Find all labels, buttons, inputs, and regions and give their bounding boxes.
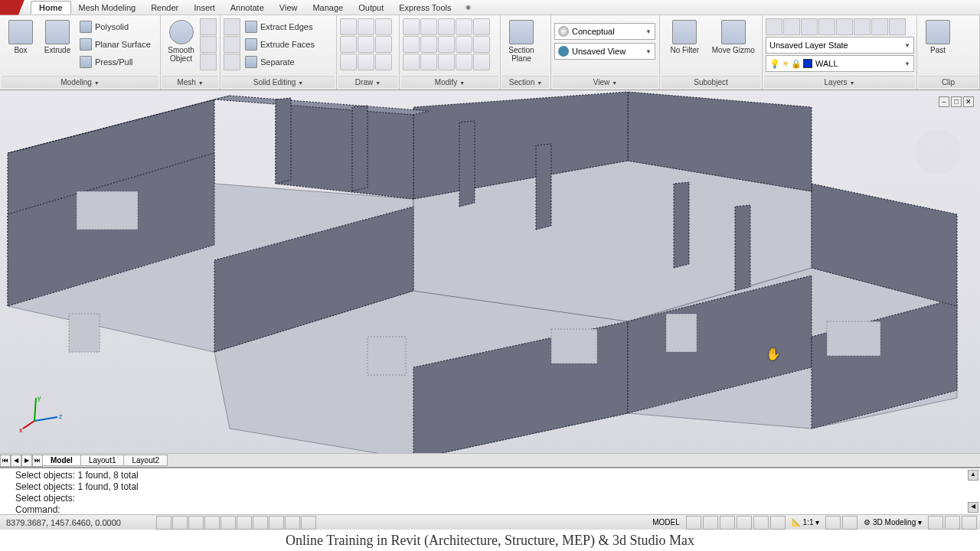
- modify-tool-icon[interactable]: [456, 36, 472, 53]
- menu-express-tools[interactable]: Express Tools: [391, 2, 459, 14]
- layer-tool-icon[interactable]: [836, 18, 853, 35]
- menu-view[interactable]: View: [272, 2, 305, 14]
- osnap-toggle[interactable]: [220, 516, 236, 530]
- draw-tool-icon[interactable]: [375, 54, 392, 70]
- coordinate-readout[interactable]: 8379.3687, 1457.6460, 0.0000: [0, 518, 153, 527]
- box-button[interactable]: Box: [3, 18, 38, 56]
- panel-title-modify[interactable]: Modify▼: [401, 76, 498, 88]
- otrack-toggle[interactable]: [237, 516, 252, 530]
- mesh-tool-icon[interactable]: [200, 54, 217, 70]
- draw-tool-icon[interactable]: [358, 18, 374, 35]
- modify-tool-icon[interactable]: [456, 18, 472, 35]
- modify-tool-icon[interactable]: [420, 36, 437, 53]
- menu-output[interactable]: Output: [351, 2, 391, 14]
- draw-tool-icon[interactable]: [358, 54, 374, 70]
- modify-tool-icon[interactable]: [438, 54, 455, 70]
- grid-toggle[interactable]: [172, 516, 188, 530]
- move-gizmo-button[interactable]: Move Gizmo: [708, 18, 759, 56]
- qp-toggle[interactable]: [301, 516, 316, 530]
- solid-tool-icon[interactable]: [224, 36, 240, 53]
- model-space-indicator[interactable]: MODEL: [648, 518, 684, 527]
- menu-overflow-icon[interactable]: ◉: [466, 4, 471, 11]
- panel-title-view[interactable]: View▼: [553, 76, 658, 88]
- app-logo-icon[interactable]: [0, 0, 31, 15]
- extract-edges-button[interactable]: Extract Edges: [242, 18, 318, 35]
- workspace-switcher[interactable]: ⚙ 3D Modeling ▾: [859, 518, 926, 527]
- extrude-button[interactable]: Extrude: [40, 18, 75, 56]
- draw-tool-icon[interactable]: [358, 36, 374, 53]
- panel-title-solid-editing[interactable]: Solid Editing▼: [222, 76, 335, 88]
- draw-tool-icon[interactable]: [375, 18, 392, 35]
- ucs-indicator[interactable]: z x y: [19, 394, 65, 434]
- status-tool-icon[interactable]: [686, 516, 701, 530]
- polar-toggle[interactable]: [204, 516, 220, 530]
- status-tool-icon[interactable]: [825, 516, 841, 530]
- tab-nav-prev[interactable]: ◀: [11, 455, 21, 467]
- layer-tool-icon[interactable]: [818, 18, 835, 35]
- modify-tool-icon[interactable]: [473, 18, 490, 35]
- layer-state-dropdown[interactable]: Unsaved Layer State▼: [766, 37, 914, 54]
- visual-style-dropdown[interactable]: Conceptual ▼: [554, 23, 655, 40]
- tab-layout2[interactable]: Layout2: [123, 455, 168, 466]
- modify-tool-icon[interactable]: [438, 18, 455, 35]
- status-tool-icon[interactable]: [962, 516, 977, 530]
- modify-tool-icon[interactable]: [420, 54, 437, 70]
- modify-tool-icon[interactable]: [420, 18, 437, 35]
- panel-title-section[interactable]: Section▼: [502, 76, 549, 88]
- ducs-toggle[interactable]: [253, 516, 268, 530]
- smooth-object-button[interactable]: Smooth Object: [164, 18, 198, 64]
- scroll-up-icon[interactable]: ▲: [968, 470, 978, 481]
- layer-tool-icon[interactable]: [801, 18, 818, 35]
- modify-tool-icon[interactable]: [403, 54, 420, 70]
- viewcube[interactable]: [915, 129, 961, 174]
- ortho-toggle[interactable]: [188, 516, 204, 530]
- status-tool-icon[interactable]: [945, 516, 960, 530]
- status-tool-icon[interactable]: [737, 516, 752, 530]
- status-tool-icon[interactable]: [703, 516, 718, 530]
- modify-tool-icon[interactable]: [403, 36, 420, 53]
- tab-nav-first[interactable]: ⏮: [0, 455, 11, 467]
- dyn-toggle[interactable]: [269, 516, 284, 530]
- lwt-toggle[interactable]: [285, 516, 300, 530]
- modify-tool-icon[interactable]: [473, 54, 490, 70]
- close-viewport-button[interactable]: ✕: [963, 96, 974, 107]
- minimize-viewport-button[interactable]: –: [939, 96, 949, 107]
- modify-tool-icon[interactable]: [456, 54, 472, 70]
- menu-home[interactable]: Home: [31, 1, 71, 14]
- snap-toggle[interactable]: [156, 516, 172, 530]
- maximize-viewport-button[interactable]: □: [951, 96, 962, 107]
- menu-manage[interactable]: Manage: [305, 2, 351, 14]
- draw-tool-icon[interactable]: [340, 18, 357, 35]
- panel-title-modeling[interactable]: Modeling▼: [2, 76, 158, 88]
- command-scrollbar[interactable]: ▲ ◀: [968, 470, 978, 513]
- panel-title-mesh[interactable]: Mesh▼: [162, 76, 218, 88]
- draw-tool-icon[interactable]: [340, 36, 357, 53]
- menu-mesh-modeling[interactable]: Mesh Modeling: [71, 2, 144, 14]
- saved-view-dropdown[interactable]: Unsaved View ▼: [554, 43, 655, 60]
- polysolid-button[interactable]: Polysolid: [77, 18, 154, 35]
- press-pull-button[interactable]: Press/Pull: [77, 54, 154, 70]
- current-layer-dropdown[interactable]: 💡 ☀ 🔒 WALL ▼: [766, 55, 914, 72]
- mesh-tool-icon[interactable]: [200, 36, 217, 53]
- paste-button[interactable]: Past: [920, 18, 956, 56]
- modify-tool-icon[interactable]: [438, 36, 455, 53]
- extrude-faces-button[interactable]: Extrude Faces: [242, 36, 318, 53]
- separate-button[interactable]: Separate: [242, 54, 318, 70]
- command-window[interactable]: Select objects: 1 found, 8 total Select …: [0, 467, 980, 514]
- command-prompt[interactable]: Command:: [15, 504, 965, 514]
- status-tool-icon[interactable]: [770, 516, 786, 530]
- scroll-left-icon[interactable]: ◀: [968, 502, 978, 513]
- layer-tool-icon[interactable]: [766, 18, 782, 35]
- solid-tool-icon[interactable]: [224, 18, 240, 35]
- layer-tool-icon[interactable]: [889, 18, 906, 35]
- solid-tool-icon[interactable]: [224, 54, 240, 70]
- tab-layout1[interactable]: Layout1: [80, 455, 125, 466]
- modify-tool-icon[interactable]: [473, 36, 490, 53]
- menu-insert[interactable]: Insert: [186, 2, 223, 14]
- status-tool-icon[interactable]: [928, 516, 943, 530]
- section-plane-button[interactable]: Section Plane: [504, 18, 539, 64]
- mesh-tool-icon[interactable]: [200, 18, 217, 35]
- tab-nav-last[interactable]: ⏭: [32, 455, 43, 467]
- status-tool-icon[interactable]: [720, 516, 735, 530]
- layer-tool-icon[interactable]: [783, 18, 800, 35]
